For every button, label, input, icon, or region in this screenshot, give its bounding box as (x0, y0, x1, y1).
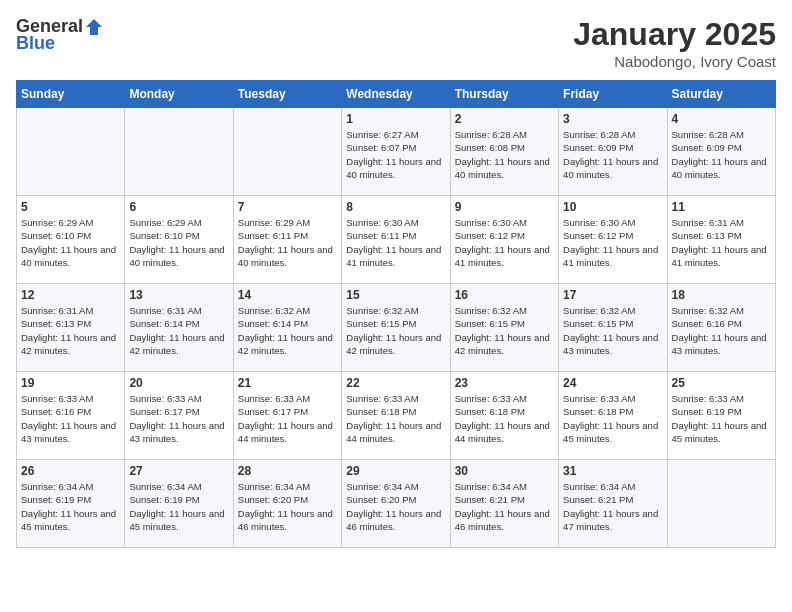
logo-blue: Blue (16, 33, 55, 54)
calendar-cell: 28Sunrise: 6:34 AMSunset: 6:20 PMDayligh… (233, 460, 341, 548)
calendar-cell (667, 460, 775, 548)
week-row-1: 1Sunrise: 6:27 AMSunset: 6:07 PMDaylight… (17, 108, 776, 196)
calendar-cell: 8Sunrise: 6:30 AMSunset: 6:11 PMDaylight… (342, 196, 450, 284)
day-number: 14 (238, 288, 337, 302)
calendar-cell (233, 108, 341, 196)
day-header-sunday: Sunday (17, 81, 125, 108)
day-number: 23 (455, 376, 554, 390)
calendar-cell: 26Sunrise: 6:34 AMSunset: 6:19 PMDayligh… (17, 460, 125, 548)
week-row-2: 5Sunrise: 6:29 AMSunset: 6:10 PMDaylight… (17, 196, 776, 284)
day-number: 25 (672, 376, 771, 390)
day-number: 5 (21, 200, 120, 214)
calendar-cell: 3Sunrise: 6:28 AMSunset: 6:09 PMDaylight… (559, 108, 667, 196)
day-info: Sunrise: 6:29 AMSunset: 6:10 PMDaylight:… (129, 216, 228, 269)
day-number: 22 (346, 376, 445, 390)
day-header-wednesday: Wednesday (342, 81, 450, 108)
header: General Blue January 2025 Nabodongo, Ivo… (16, 16, 776, 70)
calendar-cell (125, 108, 233, 196)
week-row-3: 12Sunrise: 6:31 AMSunset: 6:13 PMDayligh… (17, 284, 776, 372)
day-number: 16 (455, 288, 554, 302)
calendar-cell: 5Sunrise: 6:29 AMSunset: 6:10 PMDaylight… (17, 196, 125, 284)
day-info: Sunrise: 6:30 AMSunset: 6:12 PMDaylight:… (455, 216, 554, 269)
day-number: 9 (455, 200, 554, 214)
day-header-monday: Monday (125, 81, 233, 108)
page: General Blue January 2025 Nabodongo, Ivo… (0, 0, 792, 564)
day-info: Sunrise: 6:33 AMSunset: 6:17 PMDaylight:… (129, 392, 228, 445)
day-header-thursday: Thursday (450, 81, 558, 108)
logo-icon (84, 17, 104, 37)
calendar-cell: 21Sunrise: 6:33 AMSunset: 6:17 PMDayligh… (233, 372, 341, 460)
day-number: 15 (346, 288, 445, 302)
day-info: Sunrise: 6:34 AMSunset: 6:20 PMDaylight:… (346, 480, 445, 533)
day-info: Sunrise: 6:33 AMSunset: 6:18 PMDaylight:… (563, 392, 662, 445)
day-info: Sunrise: 6:33 AMSunset: 6:17 PMDaylight:… (238, 392, 337, 445)
day-info: Sunrise: 6:31 AMSunset: 6:13 PMDaylight:… (21, 304, 120, 357)
day-number: 19 (21, 376, 120, 390)
day-info: Sunrise: 6:34 AMSunset: 6:21 PMDaylight:… (563, 480, 662, 533)
day-info: Sunrise: 6:27 AMSunset: 6:07 PMDaylight:… (346, 128, 445, 181)
day-info: Sunrise: 6:34 AMSunset: 6:19 PMDaylight:… (21, 480, 120, 533)
day-info: Sunrise: 6:28 AMSunset: 6:09 PMDaylight:… (672, 128, 771, 181)
day-info: Sunrise: 6:32 AMSunset: 6:15 PMDaylight:… (455, 304, 554, 357)
day-number: 13 (129, 288, 228, 302)
day-number: 18 (672, 288, 771, 302)
day-number: 8 (346, 200, 445, 214)
day-info: Sunrise: 6:29 AMSunset: 6:10 PMDaylight:… (21, 216, 120, 269)
month-title: January 2025 (573, 16, 776, 53)
calendar-cell: 18Sunrise: 6:32 AMSunset: 6:16 PMDayligh… (667, 284, 775, 372)
day-number: 20 (129, 376, 228, 390)
day-header-saturday: Saturday (667, 81, 775, 108)
calendar-cell: 15Sunrise: 6:32 AMSunset: 6:15 PMDayligh… (342, 284, 450, 372)
day-number: 29 (346, 464, 445, 478)
day-number: 27 (129, 464, 228, 478)
calendar-cell: 19Sunrise: 6:33 AMSunset: 6:16 PMDayligh… (17, 372, 125, 460)
calendar-table: SundayMondayTuesdayWednesdayThursdayFrid… (16, 80, 776, 548)
day-number: 28 (238, 464, 337, 478)
day-info: Sunrise: 6:30 AMSunset: 6:11 PMDaylight:… (346, 216, 445, 269)
calendar-cell: 1Sunrise: 6:27 AMSunset: 6:07 PMDaylight… (342, 108, 450, 196)
day-info: Sunrise: 6:29 AMSunset: 6:11 PMDaylight:… (238, 216, 337, 269)
day-number: 3 (563, 112, 662, 126)
subtitle: Nabodongo, Ivory Coast (573, 53, 776, 70)
day-number: 31 (563, 464, 662, 478)
calendar-cell: 11Sunrise: 6:31 AMSunset: 6:13 PMDayligh… (667, 196, 775, 284)
calendar-cell: 4Sunrise: 6:28 AMSunset: 6:09 PMDaylight… (667, 108, 775, 196)
day-number: 21 (238, 376, 337, 390)
day-info: Sunrise: 6:32 AMSunset: 6:15 PMDaylight:… (346, 304, 445, 357)
calendar-cell: 13Sunrise: 6:31 AMSunset: 6:14 PMDayligh… (125, 284, 233, 372)
day-number: 7 (238, 200, 337, 214)
calendar-cell: 9Sunrise: 6:30 AMSunset: 6:12 PMDaylight… (450, 196, 558, 284)
calendar-cell (17, 108, 125, 196)
calendar-cell: 31Sunrise: 6:34 AMSunset: 6:21 PMDayligh… (559, 460, 667, 548)
day-header-friday: Friday (559, 81, 667, 108)
day-number: 11 (672, 200, 771, 214)
title-area: January 2025 Nabodongo, Ivory Coast (573, 16, 776, 70)
week-row-4: 19Sunrise: 6:33 AMSunset: 6:16 PMDayligh… (17, 372, 776, 460)
calendar-cell: 23Sunrise: 6:33 AMSunset: 6:18 PMDayligh… (450, 372, 558, 460)
week-row-5: 26Sunrise: 6:34 AMSunset: 6:19 PMDayligh… (17, 460, 776, 548)
calendar-cell: 17Sunrise: 6:32 AMSunset: 6:15 PMDayligh… (559, 284, 667, 372)
day-info: Sunrise: 6:32 AMSunset: 6:14 PMDaylight:… (238, 304, 337, 357)
day-info: Sunrise: 6:33 AMSunset: 6:18 PMDaylight:… (346, 392, 445, 445)
day-info: Sunrise: 6:34 AMSunset: 6:19 PMDaylight:… (129, 480, 228, 533)
svg-marker-0 (86, 19, 102, 35)
day-number: 24 (563, 376, 662, 390)
calendar-cell: 14Sunrise: 6:32 AMSunset: 6:14 PMDayligh… (233, 284, 341, 372)
calendar-cell: 6Sunrise: 6:29 AMSunset: 6:10 PMDaylight… (125, 196, 233, 284)
day-number: 12 (21, 288, 120, 302)
day-number: 10 (563, 200, 662, 214)
day-number: 4 (672, 112, 771, 126)
day-number: 2 (455, 112, 554, 126)
calendar-cell: 22Sunrise: 6:33 AMSunset: 6:18 PMDayligh… (342, 372, 450, 460)
day-info: Sunrise: 6:33 AMSunset: 6:16 PMDaylight:… (21, 392, 120, 445)
day-number: 1 (346, 112, 445, 126)
day-number: 17 (563, 288, 662, 302)
calendar-cell: 24Sunrise: 6:33 AMSunset: 6:18 PMDayligh… (559, 372, 667, 460)
day-info: Sunrise: 6:33 AMSunset: 6:19 PMDaylight:… (672, 392, 771, 445)
day-info: Sunrise: 6:31 AMSunset: 6:13 PMDaylight:… (672, 216, 771, 269)
day-info: Sunrise: 6:28 AMSunset: 6:09 PMDaylight:… (563, 128, 662, 181)
calendar-cell: 2Sunrise: 6:28 AMSunset: 6:08 PMDaylight… (450, 108, 558, 196)
day-info: Sunrise: 6:33 AMSunset: 6:18 PMDaylight:… (455, 392, 554, 445)
day-info: Sunrise: 6:31 AMSunset: 6:14 PMDaylight:… (129, 304, 228, 357)
logo: General Blue (16, 16, 105, 54)
